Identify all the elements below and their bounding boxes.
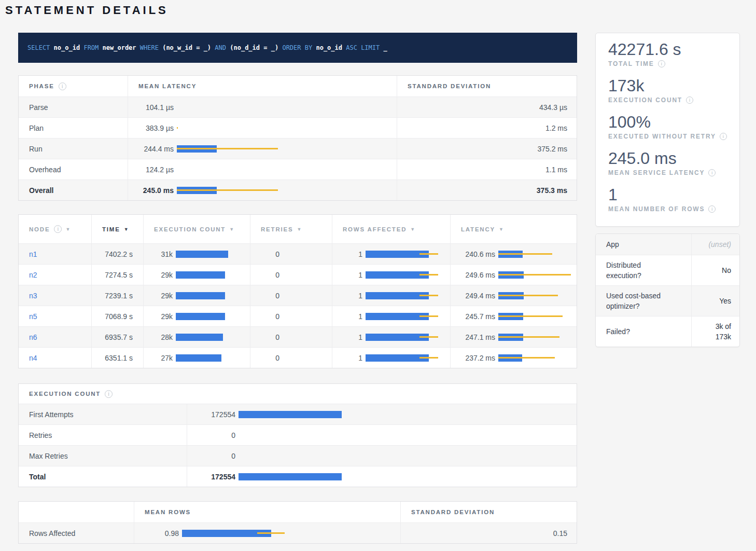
mean-rows-cell: 0.98 (134, 523, 400, 543)
bar-chart (283, 354, 328, 362)
summary-stat: 100%EXECUTED WITHOUT RETRYi (596, 111, 739, 147)
node-column-header[interactable]: NODEi▼ (19, 215, 91, 243)
execution-count-cell: 31k (143, 244, 250, 264)
bar-chart (366, 251, 446, 258)
bar-chart (366, 292, 446, 299)
attribute-row: Used cost-based optimizer?Yes (596, 285, 739, 316)
retries-cell: 0 (250, 265, 332, 285)
attribute-label: Failed? (596, 316, 692, 347)
sort-arrow-icon[interactable]: ▼ (410, 227, 415, 232)
node-link[interactable]: n4 (29, 354, 37, 362)
blank-column-header (19, 502, 134, 522)
rows-affected-column-header[interactable]: ROWS AFFECTED▼ (332, 215, 450, 243)
info-icon[interactable]: i (686, 97, 693, 104)
bar-value: 0 (255, 271, 279, 279)
bar-value: 245.0 ms (132, 186, 174, 195)
summary-stat: 173kEXECUTION COUNTi (596, 75, 739, 111)
stddev-line (419, 357, 439, 359)
sort-arrow-icon[interactable]: ▼ (499, 227, 503, 232)
mean-bar (176, 271, 225, 279)
summary-stat-value: 1 (608, 184, 731, 205)
mean-latency-header-label: MEAN LATENCY (138, 83, 197, 89)
node-link[interactable]: n6 (29, 333, 37, 341)
time-value: 7068.9 s (91, 306, 143, 326)
stddev-line (419, 295, 439, 296)
sql-statement: SELECT no_o_id FROM new_order WHERE (no_… (27, 44, 387, 51)
bar-value: 29k (148, 312, 173, 321)
node-link[interactable]: n1 (29, 250, 37, 258)
execution-count-label: First Attempts (19, 404, 187, 424)
stddev-value: 375.2 ms (397, 139, 578, 159)
node-link[interactable]: n2 (29, 271, 37, 279)
sort-arrow-icon[interactable]: ▼ (229, 227, 234, 232)
info-icon[interactable]: i (708, 169, 716, 176)
sort-arrow-icon[interactable]: ▼ (65, 227, 70, 232)
summary-stat-value: 173k (608, 75, 731, 97)
rows-affected-cell: 1 (332, 265, 450, 285)
sql-token-keyword: ORDER BY (282, 44, 312, 51)
sort-arrow-icon[interactable]: ▼ (124, 227, 129, 232)
content: SELECT no_o_id FROM new_order WHERE (no_… (0, 33, 756, 544)
bar-chart (498, 313, 573, 320)
phase-column-header[interactable]: PHASEi (19, 76, 128, 97)
stddev-line (419, 336, 439, 338)
retries-cell: 0 (250, 348, 332, 368)
attribute-row: App(unset) (596, 234, 739, 255)
attribute-row: Distributed execution?No (596, 255, 739, 285)
info-icon[interactable]: i (720, 133, 727, 140)
bar-chart (176, 354, 246, 362)
mean-bar (176, 292, 225, 299)
node-link[interactable]: n3 (29, 292, 37, 300)
node-cell: n1 (19, 244, 91, 264)
info-icon[interactable]: i (658, 60, 665, 67)
node-row: n46351.1 s27k01237.2 ms (19, 347, 577, 368)
retries-column-header[interactable]: RETRIES▼ (250, 215, 332, 243)
attribute-value: (unset) (708, 234, 739, 255)
bar-chart (283, 271, 328, 279)
execution-count-column-header[interactable]: EXECUTION COUNT▼ (143, 215, 250, 243)
summary-stat-label: MEAN NUMBER OF ROWSi (608, 205, 731, 213)
phase-name: Plan (19, 118, 128, 138)
bar-value: 104.1 µs (132, 103, 174, 112)
bar-value: 247.1 ms (455, 333, 495, 341)
time-column-header[interactable]: TIME▼ (91, 215, 143, 243)
sql-token-keyword: ASC LIMIT (346, 44, 380, 51)
time-value: 7402.2 s (91, 244, 143, 264)
attribute-label: Distributed execution? (596, 255, 692, 285)
bar-chart (176, 334, 246, 341)
bar-value: 1 (337, 292, 362, 300)
sql-token-keyword: WHERE (140, 44, 159, 51)
rows-affected-cell: 1 (332, 244, 450, 264)
phase-name: Parse (19, 97, 128, 117)
bar-value: 0 (255, 333, 279, 341)
phase-latency-table: PHASEiMEAN LATENCYSTANDARD DEVIATIONPars… (18, 75, 577, 201)
rows-affected-cell: 1 (332, 306, 450, 326)
info-icon[interactable]: i (105, 390, 113, 398)
info-icon[interactable]: i (59, 82, 66, 90)
execution-count-row: Max Retries0 (19, 445, 577, 466)
phase-header-label: PHASE (29, 83, 54, 89)
attribute-value: Yes (719, 286, 739, 316)
bar-value: 1 (337, 312, 362, 321)
rows-affected-label: Rows Affected (19, 523, 134, 543)
time-value: 7274.5 s (91, 265, 143, 285)
sort-arrow-icon[interactable]: ▼ (297, 227, 301, 232)
summary-stat-label-text: EXECUTED WITHOUT RETRY (608, 133, 716, 140)
info-icon[interactable]: i (708, 205, 716, 213)
latency-column-header[interactable]: LATENCY▼ (450, 215, 578, 243)
stddev-line (498, 336, 559, 338)
execution-count-row: Total172554 (19, 466, 577, 487)
sql-token-keyword: SELECT (27, 44, 50, 51)
node-link[interactable]: n5 (29, 312, 37, 321)
summary-stat-value: 42271.6 s (608, 38, 731, 60)
info-icon[interactable]: i (54, 225, 62, 233)
stddev-line (498, 253, 552, 255)
stddev-column-header[interactable]: STANDARD DEVIATION (397, 76, 578, 97)
bar-value: 0 (255, 312, 279, 321)
summary-stat-value: 100% (608, 111, 731, 133)
summary-stat-label-text: EXECUTION COUNT (608, 97, 682, 104)
bar-chart (239, 432, 573, 439)
rows-affected-cell: 1 (332, 348, 450, 368)
mean-latency-column-header[interactable]: MEAN LATENCY (128, 76, 397, 97)
node-cell: n6 (19, 327, 91, 347)
